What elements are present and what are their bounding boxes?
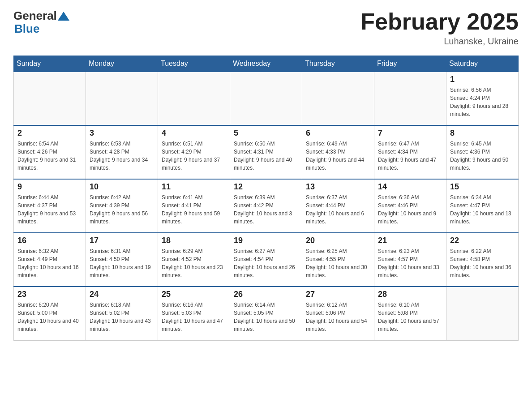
day-info: Sunrise: 6:50 AM Sunset: 4:31 PM Dayligh… xyxy=(234,140,298,172)
calendar-cell xyxy=(302,72,374,125)
day-number: 7 xyxy=(378,128,442,138)
day-number: 11 xyxy=(162,182,226,192)
calendar-cell: 20Sunrise: 6:25 AM Sunset: 4:55 PM Dayli… xyxy=(302,233,374,287)
day-info: Sunrise: 6:18 AM Sunset: 5:02 PM Dayligh… xyxy=(90,301,154,333)
day-number: 1 xyxy=(450,75,515,84)
calendar-table: SundayMondayTuesdayWednesdayThursdayFrid… xyxy=(13,56,519,341)
column-header-tuesday: Tuesday xyxy=(158,56,230,72)
calendar-cell: 28Sunrise: 6:10 AM Sunset: 5:08 PM Dayli… xyxy=(374,287,446,340)
calendar-cell: 23Sunrise: 6:20 AM Sunset: 5:00 PM Dayli… xyxy=(14,287,86,340)
day-info: Sunrise: 6:45 AM Sunset: 4:36 PM Dayligh… xyxy=(450,140,515,172)
calendar-week-row: 9Sunrise: 6:44 AM Sunset: 4:37 PM Daylig… xyxy=(14,179,519,233)
calendar-week-row: 2Sunrise: 6:54 AM Sunset: 4:26 PM Daylig… xyxy=(14,125,519,179)
day-info: Sunrise: 6:32 AM Sunset: 4:49 PM Dayligh… xyxy=(17,247,82,279)
day-number: 4 xyxy=(162,128,226,138)
calendar-cell: 17Sunrise: 6:31 AM Sunset: 4:50 PM Dayli… xyxy=(86,233,158,287)
day-number: 6 xyxy=(306,128,370,138)
day-number: 26 xyxy=(234,290,298,299)
day-number: 21 xyxy=(378,236,442,245)
day-info: Sunrise: 6:25 AM Sunset: 4:55 PM Dayligh… xyxy=(306,247,370,279)
day-number: 20 xyxy=(306,236,370,245)
day-number: 22 xyxy=(450,236,515,245)
day-info: Sunrise: 6:41 AM Sunset: 4:41 PM Dayligh… xyxy=(162,193,226,226)
calendar-cell: 19Sunrise: 6:27 AM Sunset: 4:54 PM Dayli… xyxy=(230,233,302,287)
day-info: Sunrise: 6:20 AM Sunset: 5:00 PM Dayligh… xyxy=(17,301,82,333)
location-text: Luhanske, Ukraine xyxy=(360,36,519,47)
day-info: Sunrise: 6:37 AM Sunset: 4:44 PM Dayligh… xyxy=(306,193,370,226)
calendar-cell xyxy=(158,72,230,125)
day-info: Sunrise: 6:49 AM Sunset: 4:33 PM Dayligh… xyxy=(306,140,370,172)
calendar-cell: 11Sunrise: 6:41 AM Sunset: 4:41 PM Dayli… xyxy=(158,179,230,233)
calendar-week-row: 23Sunrise: 6:20 AM Sunset: 5:00 PM Dayli… xyxy=(14,287,519,340)
logo-blue-text: Blue xyxy=(14,22,39,36)
calendar-cell: 2Sunrise: 6:54 AM Sunset: 4:26 PM Daylig… xyxy=(14,125,86,179)
calendar-cell xyxy=(446,287,519,340)
month-title: February 2025 xyxy=(360,9,519,34)
calendar-cell: 5Sunrise: 6:50 AM Sunset: 4:31 PM Daylig… xyxy=(230,125,302,179)
day-number: 25 xyxy=(162,290,226,299)
calendar-cell: 24Sunrise: 6:18 AM Sunset: 5:02 PM Dayli… xyxy=(86,287,158,340)
day-info: Sunrise: 6:29 AM Sunset: 4:52 PM Dayligh… xyxy=(162,247,226,279)
calendar-cell: 25Sunrise: 6:16 AM Sunset: 5:03 PM Dayli… xyxy=(158,287,230,340)
calendar-cell xyxy=(230,72,302,125)
calendar-cell: 13Sunrise: 6:37 AM Sunset: 4:44 PM Dayli… xyxy=(302,179,374,233)
calendar-cell: 27Sunrise: 6:12 AM Sunset: 5:06 PM Dayli… xyxy=(302,287,374,340)
day-info: Sunrise: 6:36 AM Sunset: 4:46 PM Dayligh… xyxy=(378,193,442,226)
calendar-cell xyxy=(14,72,86,125)
calendar-cell xyxy=(86,72,158,125)
calendar-cell: 3Sunrise: 6:53 AM Sunset: 4:28 PM Daylig… xyxy=(86,125,158,179)
day-info: Sunrise: 6:51 AM Sunset: 4:29 PM Dayligh… xyxy=(162,140,226,172)
day-info: Sunrise: 6:47 AM Sunset: 4:34 PM Dayligh… xyxy=(378,140,442,172)
calendar-cell: 6Sunrise: 6:49 AM Sunset: 4:33 PM Daylig… xyxy=(302,125,374,179)
calendar-cell: 9Sunrise: 6:44 AM Sunset: 4:37 PM Daylig… xyxy=(14,179,86,233)
day-info: Sunrise: 6:53 AM Sunset: 4:28 PM Dayligh… xyxy=(90,140,154,172)
calendar-cell xyxy=(374,72,446,125)
day-info: Sunrise: 6:31 AM Sunset: 4:50 PM Dayligh… xyxy=(90,247,154,279)
calendar-cell: 8Sunrise: 6:45 AM Sunset: 4:36 PM Daylig… xyxy=(446,125,519,179)
day-number: 23 xyxy=(17,290,82,299)
calendar-cell: 21Sunrise: 6:23 AM Sunset: 4:57 PM Dayli… xyxy=(374,233,446,287)
column-header-monday: Monday xyxy=(86,56,158,72)
calendar-cell: 7Sunrise: 6:47 AM Sunset: 4:34 PM Daylig… xyxy=(374,125,446,179)
day-info: Sunrise: 6:12 AM Sunset: 5:06 PM Dayligh… xyxy=(306,301,370,333)
day-info: Sunrise: 6:14 AM Sunset: 5:05 PM Dayligh… xyxy=(234,301,298,333)
day-number: 17 xyxy=(90,236,154,245)
day-number: 8 xyxy=(450,128,515,138)
column-header-wednesday: Wednesday xyxy=(230,56,302,72)
day-info: Sunrise: 6:22 AM Sunset: 4:58 PM Dayligh… xyxy=(450,247,515,279)
day-info: Sunrise: 6:39 AM Sunset: 4:42 PM Dayligh… xyxy=(234,193,298,226)
calendar-cell: 15Sunrise: 6:34 AM Sunset: 4:47 PM Dayli… xyxy=(446,179,519,233)
day-info: Sunrise: 6:23 AM Sunset: 4:57 PM Dayligh… xyxy=(378,247,442,279)
day-number: 27 xyxy=(306,290,370,299)
day-info: Sunrise: 6:10 AM Sunset: 5:08 PM Dayligh… xyxy=(378,301,442,333)
day-number: 16 xyxy=(17,236,82,245)
calendar-cell: 12Sunrise: 6:39 AM Sunset: 4:42 PM Dayli… xyxy=(230,179,302,233)
column-header-friday: Friday xyxy=(374,56,446,72)
day-info: Sunrise: 6:44 AM Sunset: 4:37 PM Dayligh… xyxy=(17,193,82,226)
day-info: Sunrise: 6:56 AM Sunset: 4:24 PM Dayligh… xyxy=(450,86,515,118)
calendar-cell: 10Sunrise: 6:42 AM Sunset: 4:39 PM Dayli… xyxy=(86,179,158,233)
calendar-cell: 22Sunrise: 6:22 AM Sunset: 4:58 PM Dayli… xyxy=(446,233,519,287)
calendar-cell: 16Sunrise: 6:32 AM Sunset: 4:49 PM Dayli… xyxy=(14,233,86,287)
calendar-week-row: 1Sunrise: 6:56 AM Sunset: 4:24 PM Daylig… xyxy=(14,72,519,125)
day-number: 5 xyxy=(234,128,298,138)
day-number: 18 xyxy=(162,236,226,245)
day-number: 14 xyxy=(378,182,442,192)
day-number: 9 xyxy=(17,182,82,192)
calendar-cell: 4Sunrise: 6:51 AM Sunset: 4:29 PM Daylig… xyxy=(158,125,230,179)
calendar-cell: 26Sunrise: 6:14 AM Sunset: 5:05 PM Dayli… xyxy=(230,287,302,340)
day-number: 15 xyxy=(450,182,515,192)
day-number: 28 xyxy=(378,290,442,299)
day-number: 13 xyxy=(306,182,370,192)
day-info: Sunrise: 6:42 AM Sunset: 4:39 PM Dayligh… xyxy=(90,193,154,226)
calendar-header-row: SundayMondayTuesdayWednesdayThursdayFrid… xyxy=(14,56,519,72)
day-number: 3 xyxy=(90,128,154,138)
calendar-cell: 1Sunrise: 6:56 AM Sunset: 4:24 PM Daylig… xyxy=(446,72,519,125)
page-header: General Blue February 2025 Luhanske, Ukr… xyxy=(13,9,519,47)
column-header-thursday: Thursday xyxy=(302,56,374,72)
day-number: 10 xyxy=(90,182,154,192)
day-number: 19 xyxy=(234,236,298,245)
calendar-week-row: 16Sunrise: 6:32 AM Sunset: 4:49 PM Dayli… xyxy=(14,233,519,287)
day-info: Sunrise: 6:16 AM Sunset: 5:03 PM Dayligh… xyxy=(162,301,226,333)
day-info: Sunrise: 6:34 AM Sunset: 4:47 PM Dayligh… xyxy=(450,193,515,226)
